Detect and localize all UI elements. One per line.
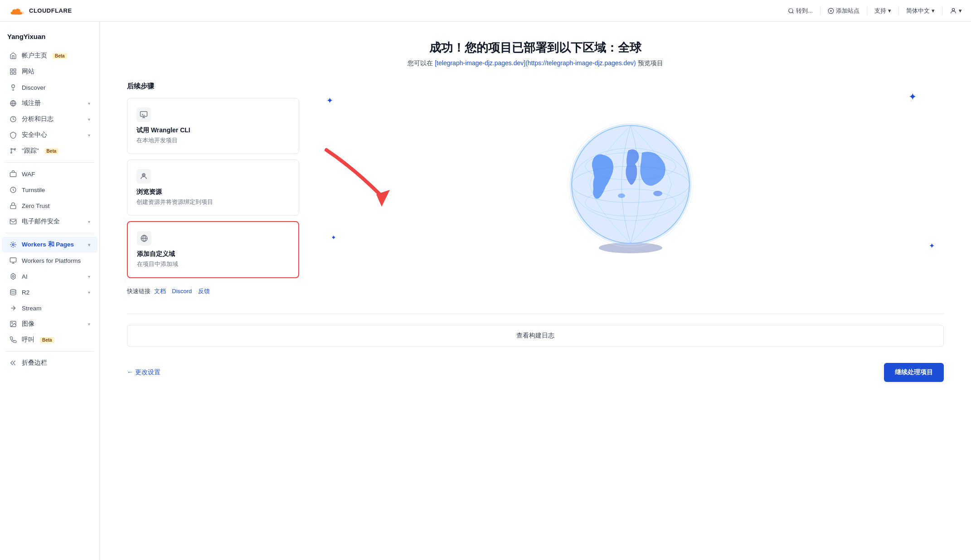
svg-point-12 (11, 152, 12, 154)
domain-icon (137, 231, 151, 246)
step-title: 试用 Wrangler CLI (136, 126, 290, 135)
chevron-right-icon: ▾ (88, 117, 90, 122)
chevron-right-icon: ▾ (88, 290, 90, 295)
sidebar-item-label: 折叠边栏 (22, 359, 47, 367)
sidebar-item-waf[interactable]: WAF (2, 166, 97, 182)
continue-button[interactable]: 继续处理项目 (884, 363, 944, 382)
back-button[interactable]: ← 更改设置 (127, 368, 160, 377)
sparkle-icon: ✦ (908, 91, 917, 103)
success-subtitle: 您可以在 [telegraph-image-djz.pages.dev](htt… (127, 59, 944, 68)
logo[interactable]: CLOUDFLARE (9, 3, 72, 19)
view-logs-button[interactable]: 查看构建日志 (127, 325, 944, 347)
ai-icon (9, 272, 17, 280)
sidebar-user: YangYixuan (0, 29, 99, 48)
feedback-link[interactable]: 反馈 (198, 288, 210, 294)
sparkle-icon: ✦ (326, 96, 333, 106)
main-layout: YangYixuan 帐户主页 Beta 网站 Discover (0, 22, 971, 560)
sidebar-item-websites[interactable]: 网站 (2, 64, 97, 79)
sidebar-item-r2[interactable]: R2 ▾ (2, 285, 97, 300)
sidebar-item-label: 图像 (22, 320, 34, 328)
svg-marker-39 (376, 190, 390, 207)
goto-button[interactable]: 转到... (788, 7, 813, 15)
chevron-right-icon: ▾ (88, 101, 90, 106)
sidebar-item-label: WAF (22, 171, 35, 178)
sidebar-item-workers[interactable]: Workers 和 Pages ▾ (2, 237, 97, 252)
sidebar-item-label: 网站 (22, 68, 34, 76)
svg-point-1 (789, 8, 793, 12)
sidebar-item-email[interactable]: 电子邮件安全 ▾ (2, 214, 97, 229)
step-desc: 在本地开发项目 (136, 136, 290, 145)
svg-rect-14 (10, 173, 16, 177)
waf-icon (9, 170, 17, 178)
bulb-icon (9, 83, 17, 92)
sidebar-item-label: 帐户主页 (22, 52, 47, 60)
step-card-wrangler[interactable]: 试用 Wrangler CLI 在本地开发项目 (127, 98, 299, 154)
footer-actions: ← 更改设置 继续处理项目 (127, 356, 944, 382)
chevron-down-icon: ▾ (932, 7, 935, 14)
success-title: 成功！您的项目已部署到以下区域：全球 (127, 40, 944, 56)
branch-icon (9, 147, 17, 155)
svg-point-35 (618, 193, 625, 198)
sidebar-item-label: Discover (22, 84, 46, 91)
sidebar-item-security[interactable]: 安全中心 ▾ (2, 127, 97, 143)
topnav: CLOUDFLARE 转到... 添加站点 支持 ▾ 简体中文 ▾ ▾ (0, 0, 971, 22)
sidebar-item-platforms[interactable]: Workers for Platforms (2, 253, 97, 268)
step-card-domain[interactable]: 添加自定义域 在项目中添加域 (127, 221, 299, 278)
bottom-actions: 查看构建日志 ← 更改设置 继续处理项目 (127, 314, 944, 382)
success-header: 成功！您的项目已部署到以下区域：全球 您可以在 [telegraph-image… (127, 40, 944, 68)
sidebar-item-trace[interactable]: "跟踪" Beta (2, 143, 97, 159)
support-button[interactable]: 支持 ▾ (874, 7, 891, 15)
grid-icon (9, 68, 17, 76)
sidebar-item-zerotrust[interactable]: Zero Trust (2, 198, 97, 213)
r2-icon (9, 288, 17, 296)
sidebar-item-domain[interactable]: 域注册 ▾ (2, 96, 97, 111)
language-button[interactable]: 简体中文 ▾ (906, 7, 935, 15)
add-site-button[interactable]: 添加站点 (828, 7, 859, 15)
sidebar-item-turnstile[interactable]: Turnstile (2, 182, 97, 198)
globe-icon (9, 99, 17, 107)
step-card-browse[interactable]: 浏览资源 创建资源并将资源绑定到项目 (127, 159, 299, 216)
sidebar-item-label: Zero Trust (22, 203, 50, 209)
docs-link[interactable]: 文档 (154, 288, 166, 294)
svg-rect-16 (10, 205, 16, 208)
svg-point-21 (12, 275, 14, 277)
sidebar-item-label: Turnstile (22, 187, 45, 193)
wrangler-icon (136, 107, 151, 122)
sidebar-item-stream[interactable]: Stream (2, 300, 97, 316)
left-column: 后续步骤 试用 Wrangler CLI 在本地开发项目 (127, 82, 299, 295)
quick-links-label: 快速链接 (127, 288, 151, 294)
sidebar-item-home[interactable]: 帐户主页 Beta (2, 48, 97, 63)
user-button[interactable]: ▾ (950, 7, 962, 14)
next-steps-title: 后续步骤 (127, 82, 299, 91)
sidebar-divider (5, 233, 94, 233)
preview-link[interactable]: [telegraph-image-djz.pages.dev](https://… (435, 59, 636, 67)
beta-badge: Beta (40, 337, 54, 343)
sidebar-item-analytics[interactable]: 分析和日志 ▾ (2, 111, 97, 127)
globe-illustration (558, 116, 703, 261)
svg-rect-5 (14, 69, 16, 71)
sidebar-item-label: Workers 和 Pages (22, 241, 74, 249)
chevron-right-icon: ▾ (88, 242, 90, 247)
sidebar-item-images[interactable]: 图像 ▾ (2, 316, 97, 332)
sidebar-item-label: 域注册 (22, 99, 41, 107)
discord-link[interactable]: Discord (172, 288, 192, 294)
sidebar-item-ai[interactable]: AI ▾ (2, 269, 97, 284)
sidebar-item-discover[interactable]: Discover (2, 80, 97, 95)
svg-point-18 (12, 244, 14, 246)
fold-icon (9, 359, 17, 367)
svg-rect-17 (10, 219, 16, 224)
stream-icon (9, 304, 17, 312)
sidebar-item-calling[interactable]: 呼叫 Beta (2, 332, 97, 348)
chevron-down-icon: ▾ (888, 7, 891, 14)
svg-point-36 (653, 191, 662, 196)
chevron-right-icon: ▾ (88, 274, 90, 279)
svg-marker-20 (11, 273, 15, 279)
svg-point-27 (143, 174, 144, 175)
sparkle-icon: ✦ (331, 234, 336, 241)
logo-text: CLOUDFLARE (29, 7, 72, 14)
workers-icon (9, 241, 17, 249)
svg-rect-19 (10, 258, 16, 262)
sidebar-item-foldbar[interactable]: 折叠边栏 (2, 355, 97, 371)
home-icon (9, 52, 17, 60)
content-columns: 后续步骤 试用 Wrangler CLI 在本地开发项目 (127, 82, 944, 295)
